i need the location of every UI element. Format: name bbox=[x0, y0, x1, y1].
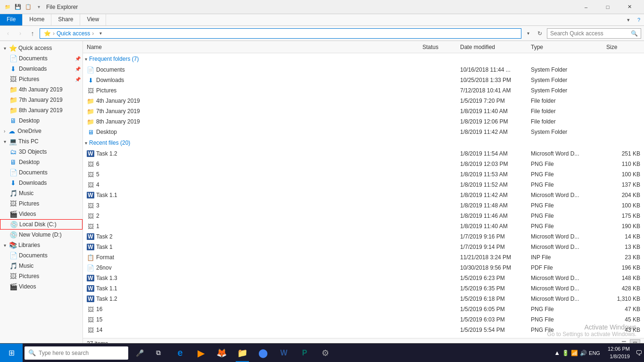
table-row[interactable]: W Task 1.3 1/5/2019 6:23 PM Microsoft Wo… bbox=[83, 273, 644, 283]
table-row[interactable]: 🖼 14 1/5/2019 5:54 PM PNG File 43 KB bbox=[83, 325, 644, 335]
taskbar-vlc[interactable]: ▶ bbox=[190, 344, 211, 362]
table-row[interactable]: 📄 26nov 10/30/2018 9:56 PM PDF File 196 … bbox=[83, 263, 644, 273]
search-box[interactable]: 🔍 bbox=[547, 28, 641, 39]
back-button[interactable]: ‹ bbox=[3, 28, 13, 39]
taskbar-edge[interactable]: e bbox=[170, 344, 190, 362]
breadcrumb-dropdown-icon[interactable]: ▾ bbox=[96, 28, 105, 39]
tab-file[interactable]: File bbox=[0, 14, 23, 25]
refresh-button[interactable]: ↻ bbox=[535, 28, 545, 39]
table-row[interactable]: 🖼 5 1/8/2019 11:53 AM PNG File 100 KB bbox=[83, 169, 644, 180]
sidebar-item-onedrive[interactable]: › ☁ OneDrive bbox=[0, 126, 83, 136]
table-row[interactable]: 📋 Format 11/21/2018 3:24 PM INP File 23 … bbox=[83, 252, 644, 263]
window-controls[interactable]: – □ ✕ bbox=[575, 0, 640, 14]
col-header-name[interactable]: Name bbox=[85, 41, 421, 53]
taskbar-clock[interactable]: 12:06 PM 1/8/2019 bbox=[604, 346, 634, 360]
sidebar-item-libraries[interactable]: ▾ 📚 Libraries bbox=[0, 240, 83, 250]
table-row[interactable]: 📁 7th January 2019 1/8/2019 11:40 AM Fil… bbox=[83, 106, 644, 116]
taskbar-firefox[interactable]: 🦊 bbox=[211, 344, 232, 362]
breadcrumb-quickaccess[interactable]: ⭐ bbox=[44, 30, 51, 37]
search-input[interactable] bbox=[550, 30, 631, 37]
table-row[interactable]: W Task 1 1/7/2019 9:14 PM Microsoft Word… bbox=[83, 242, 644, 252]
sidebar-item-downloads[interactable]: ⬇ Downloads 📌 bbox=[0, 64, 83, 74]
sidebar-item-pictures-lib[interactable]: 🖼 Pictures bbox=[0, 271, 83, 281]
dropdown-arrow-icon[interactable]: ▾ bbox=[35, 3, 42, 11]
table-row[interactable]: 📄 Documents 10/16/2018 11:44 ... System … bbox=[83, 65, 644, 75]
sidebar-item-videos-lib[interactable]: 🎬 Videos bbox=[0, 281, 83, 292]
table-row[interactable]: 🖼 Pictures 7/12/2018 10:41 AM System Fol… bbox=[83, 85, 644, 96]
col-header-size[interactable]: Size bbox=[604, 41, 642, 53]
tab-share[interactable]: Share bbox=[51, 14, 80, 25]
sidebar-item-local-disk-c[interactable]: 💿 Local Disk (C:) bbox=[0, 219, 83, 230]
sidebar-item-videos[interactable]: 🎬 Videos bbox=[0, 209, 83, 219]
sidebar-item-downloads-pc[interactable]: ⬇ Downloads bbox=[0, 178, 83, 188]
table-row[interactable]: 🖼 3 1/8/2019 11:48 AM PNG File 100 KB bbox=[83, 200, 644, 211]
table-row[interactable]: 🖼 1 1/8/2019 11:40 AM PNG File 190 KB bbox=[83, 221, 644, 231]
maximize-button[interactable]: □ bbox=[597, 0, 619, 14]
sidebar-item-documents-lib[interactable]: 📄 Documents bbox=[0, 250, 83, 261]
col-header-status[interactable]: Status bbox=[421, 41, 458, 53]
close-button[interactable]: ✕ bbox=[619, 0, 640, 14]
ribbon-help-btn[interactable]: ? bbox=[634, 15, 644, 25]
table-row[interactable]: W Task 1.1 1/8/2019 11:42 AM Microsoft W… bbox=[83, 190, 644, 200]
sidebar-item-desktop-qa[interactable]: 🖥 Desktop bbox=[0, 115, 83, 126]
table-row[interactable]: 🖼 16 1/5/2019 6:05 PM PNG File 47 KB bbox=[83, 304, 644, 314]
table-row[interactable]: 📁 4th January 2019 1/5/2019 7:20 PM File… bbox=[83, 96, 644, 106]
taskbar-explorer[interactable]: 📁 bbox=[232, 344, 253, 362]
sidebar-item-pictures[interactable]: 🖼 Pictures 📌 bbox=[0, 74, 83, 84]
taskbar-chrome[interactable]: ⬤ bbox=[253, 344, 273, 362]
sidebar-item-quick-access[interactable]: ▾ ⭐ Quick access bbox=[0, 43, 83, 53]
col-header-date[interactable]: Date modified bbox=[458, 41, 529, 53]
sidebar-item-new-volume-d[interactable]: 💿 New Volume (D:) bbox=[0, 230, 83, 240]
table-row[interactable]: 🖼 4 1/8/2019 11:52 AM PNG File 137 KB bbox=[83, 180, 644, 190]
address-path[interactable]: ⭐ › Quick access › ▾ bbox=[40, 28, 521, 39]
table-row[interactable]: ⬇ Downloads 10/25/2018 1:33 PM System Fo… bbox=[83, 75, 644, 85]
systray-lang[interactable]: ENG bbox=[589, 350, 600, 356]
systray-volume-icon[interactable]: 🔊 bbox=[580, 350, 587, 356]
sidebar-item-this-pc[interactable]: ▾ 💻 This PC bbox=[0, 136, 83, 147]
table-row[interactable]: 🖼 6 1/8/2019 12:03 PM PNG File 110 KB bbox=[83, 159, 644, 169]
tab-view[interactable]: View bbox=[80, 14, 106, 25]
taskbar-settings[interactable]: ⚙ bbox=[315, 344, 336, 362]
sidebar-item-documents-pc[interactable]: 📄 Documents bbox=[0, 167, 83, 178]
ribbon-collapse-btn[interactable]: ▾ bbox=[623, 15, 634, 25]
table-row[interactable]: 🖼 15 1/5/2019 6:03 PM PNG File 45 KB bbox=[83, 314, 644, 325]
frequent-folders-header[interactable]: ▾ Frequent folders (7) bbox=[83, 53, 644, 65]
table-row[interactable]: 🖥 Desktop 1/8/2019 11:42 AM System Folde… bbox=[83, 127, 644, 137]
tab-home[interactable]: Home bbox=[23, 14, 51, 25]
taskbar-publisher[interactable]: P bbox=[294, 344, 315, 362]
sidebar-item-desktop-pc[interactable]: 🖥 Desktop bbox=[0, 157, 83, 167]
sidebar-item-pictures-pc[interactable]: 🖼 Pictures bbox=[0, 198, 83, 209]
minimize-button[interactable]: – bbox=[575, 0, 597, 14]
taskbar-search-input[interactable] bbox=[39, 350, 124, 356]
table-row[interactable]: W Task 1.2 1/8/2019 11:54 AM Microsoft W… bbox=[83, 148, 644, 159]
table-row[interactable]: W Task 2 1/7/2019 9:16 PM Microsoft Word… bbox=[83, 231, 644, 242]
recent-files-header[interactable]: ▾ Recent files (20) bbox=[83, 137, 644, 148]
recent-files-toggle-icon[interactable]: ▾ bbox=[85, 140, 87, 146]
address-dropdown-button[interactable]: ▾ bbox=[523, 28, 533, 39]
start-button[interactable]: ⊞ bbox=[0, 344, 23, 362]
taskbar-word[interactable]: W bbox=[273, 344, 294, 362]
col-header-type[interactable]: Type bbox=[529, 41, 604, 53]
forward-button[interactable]: › bbox=[15, 28, 25, 39]
notification-center-button[interactable]: 🗨 bbox=[634, 349, 644, 357]
recent-files-title[interactable]: Recent files (20) bbox=[89, 140, 130, 146]
sidebar-item-documents[interactable]: 📄 Documents 📌 bbox=[0, 53, 83, 64]
sidebar-item-3d-objects[interactable]: 🗂 3D Objects bbox=[0, 147, 83, 157]
task-view-button[interactable]: ⧉ bbox=[149, 344, 168, 362]
sidebar-item-music[interactable]: 🎵 Music bbox=[0, 188, 83, 198]
sidebar-item-4th-jan[interactable]: 📁 4th January 2019 bbox=[0, 84, 83, 95]
table-row[interactable]: 🖼 2 1/8/2019 11:46 AM PNG File 175 KB bbox=[83, 211, 644, 221]
frequent-folders-toggle-icon[interactable]: ▾ bbox=[85, 57, 87, 62]
taskbar-search-box[interactable]: 🔍 bbox=[25, 346, 128, 360]
cortana-button[interactable]: 🎤 bbox=[130, 344, 149, 362]
table-row[interactable]: W Task 1.1 1/5/2019 6:35 PM Microsoft Wo… bbox=[83, 283, 644, 294]
up-button[interactable]: ↑ bbox=[27, 28, 38, 39]
breadcrumb-quickaccess-label[interactable]: Quick access bbox=[57, 30, 90, 37]
sidebar-item-7th-jan[interactable]: 📁 7th January 2019 bbox=[0, 95, 83, 105]
table-row[interactable]: 📁 8th January 2019 1/8/2019 12:06 PM Fil… bbox=[83, 116, 644, 127]
sidebar-item-music-lib[interactable]: 🎵 Music bbox=[0, 261, 83, 271]
sidebar-item-8th-jan[interactable]: 📁 8th January 2019 bbox=[0, 105, 83, 115]
systray-up-icon[interactable]: ▲ bbox=[554, 349, 560, 356]
frequent-folders-title[interactable]: Frequent folders (7) bbox=[89, 56, 139, 62]
table-row[interactable]: W Task 1.2 1/5/2019 6:18 PM Microsoft Wo… bbox=[83, 294, 644, 304]
